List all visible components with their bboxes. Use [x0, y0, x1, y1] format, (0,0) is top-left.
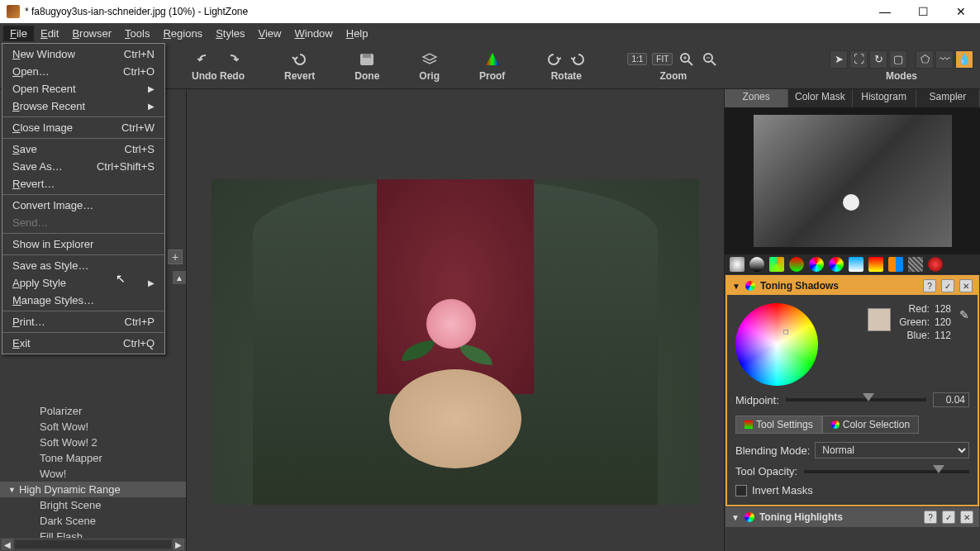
menu-styles[interactable]: Styles	[209, 26, 251, 41]
tool-revert[interactable]: Revert	[284, 50, 315, 82]
zoom-in-icon[interactable]	[678, 50, 696, 69]
menu-item-open-recent[interactable]: Open Recent▶	[2, 80, 164, 97]
subtab-tool-settings[interactable]: Tool Settings	[735, 416, 822, 434]
menu-item-exit[interactable]: ExitCtrl+Q	[2, 335, 164, 352]
color-swatch[interactable]	[868, 308, 891, 331]
enable-checkbox[interactable]: ✓	[942, 511, 955, 524]
menu-view[interactable]: View	[252, 26, 288, 41]
scrollbar-track[interactable]	[15, 540, 171, 549]
tree-item[interactable]: Soft Wow!	[0, 419, 186, 435]
tool-noise-icon[interactable]	[908, 257, 923, 272]
tree-item[interactable]: Tone Mapper	[0, 450, 186, 466]
menu-regions[interactable]: Regions	[156, 26, 209, 41]
menu-item-convert-image[interactable]: Convert Image…	[2, 197, 164, 214]
panel-header-toning-shadows[interactable]: ▼ Toning Shadows ? ✓ ✕	[727, 277, 978, 295]
zoom-fit-button[interactable]: FIT	[652, 53, 673, 65]
tree-item[interactable]: Bright Scene	[0, 497, 186, 513]
opacity-slider[interactable]	[804, 470, 969, 473]
tab-zones[interactable]: Zones	[725, 89, 788, 107]
tree-item[interactable]: Dark Scene	[0, 513, 186, 529]
collapse-icon[interactable]: ▼	[731, 513, 740, 522]
blending-mode-select[interactable]: Normal	[815, 442, 969, 458]
help-icon[interactable]: ?	[924, 511, 937, 524]
midpoint-slider[interactable]	[786, 398, 926, 401]
tool-done[interactable]: Done	[354, 50, 379, 82]
mode-crop-icon[interactable]: ⛶	[849, 50, 868, 69]
maximize-button[interactable]: ☐	[904, 0, 942, 23]
menu-tools[interactable]: Tools	[118, 26, 156, 41]
menu-item-print[interactable]: Print…Ctrl+P	[2, 313, 164, 330]
mode-drop-icon[interactable]: 💧	[955, 50, 973, 69]
help-icon[interactable]: ?	[923, 279, 936, 292]
tool-tone-icon[interactable]	[769, 257, 784, 272]
eyedropper-icon[interactable]: ✎	[959, 308, 969, 321]
menu-item-close-image[interactable]: Close ImageCtrl+W	[2, 119, 164, 136]
close-panel-icon[interactable]: ✕	[959, 279, 973, 292]
menu-item-browse-recent[interactable]: Browse Recent▶	[2, 97, 164, 115]
tree-item[interactable]: Polarizer	[0, 403, 186, 419]
menu-item-show-in-explorer[interactable]: Show in Explorer	[2, 235, 164, 253]
mode-arrow-icon[interactable]: ➤	[830, 50, 848, 69]
close-button[interactable]: ✕	[942, 0, 980, 23]
menu-help[interactable]: Help	[340, 26, 375, 41]
zoom-1to1-button[interactable]: 1:1	[627, 53, 647, 65]
panel-header-toning-highlights[interactable]: ▼ Toning Highlights ? ✓ ✕	[726, 508, 978, 526]
menu-item-revert[interactable]: Revert…	[2, 175, 164, 192]
menu-item-save-as[interactable]: Save As…Ctrl+Shift+S	[2, 158, 164, 175]
tab-sampler[interactable]: Sampler	[916, 89, 980, 107]
tool-zonemapper-icon[interactable]	[730, 257, 745, 272]
tree-item[interactable]: Wow!	[0, 466, 186, 482]
tool-color-icon[interactable]	[809, 257, 824, 272]
tab-color-mask[interactable]: Color Mask	[788, 89, 852, 107]
tool-wb-icon[interactable]	[829, 257, 844, 272]
tree-item[interactable]: Soft Wow! 2	[0, 435, 186, 450]
blue-label: Blue:	[907, 330, 930, 341]
close-panel-icon[interactable]: ✕	[960, 511, 973, 524]
menu-file[interactable]: File	[3, 26, 34, 41]
tool-hue-icon[interactable]	[789, 257, 804, 272]
tree-category[interactable]: ▼High Dynamic Range	[0, 482, 186, 497]
tree-item[interactable]: Fill Flash	[0, 529, 186, 538]
menu-item-apply-style[interactable]: Apply Style▶	[2, 274, 164, 292]
mode-rotate-icon[interactable]: ↻	[869, 50, 887, 69]
midpoint-value[interactable]: 0.04	[933, 392, 969, 407]
zoom-out-icon[interactable]	[701, 50, 719, 69]
scroll-right-button[interactable]: ▶	[173, 539, 184, 550]
tool-orig[interactable]: Orig	[419, 50, 440, 82]
tool-split-icon[interactable]	[888, 257, 903, 272]
scroll-up-button[interactable]: ▲	[173, 271, 186, 284]
rotate-left-icon[interactable]	[545, 50, 563, 69]
menu-browser[interactable]: Browser	[65, 26, 118, 41]
menu-item-manage-styles[interactable]: Manage Styles…	[2, 292, 164, 309]
menu-item-new-window[interactable]: New WindowCtrl+N	[2, 45, 164, 63]
tool-sharpen-icon[interactable]	[849, 257, 863, 272]
menu-edit[interactable]: Edit	[34, 26, 65, 41]
tool-blur-icon[interactable]	[868, 257, 883, 272]
mode-curve-icon[interactable]: 〰	[935, 50, 954, 69]
color-wheel[interactable]	[735, 303, 818, 386]
menu-item-save[interactable]: SaveCtrl+S	[2, 140, 164, 158]
main-image[interactable]	[212, 179, 699, 505]
subtab-color-selection[interactable]: Color Selection	[822, 416, 919, 434]
minimize-button[interactable]: —	[866, 0, 904, 23]
mode-polygon-icon[interactable]: ⬠	[916, 50, 934, 69]
collapse-icon[interactable]: ▼	[732, 282, 740, 291]
invert-masks-checkbox[interactable]	[735, 485, 747, 496]
scroll-left-button[interactable]: ◀	[2, 539, 13, 550]
tool-redeye-icon[interactable]	[928, 257, 943, 272]
sidebar-hscroll[interactable]: ◀ ▶	[0, 538, 186, 551]
menu-item-open[interactable]: Open…Ctrl+O	[2, 63, 164, 80]
tool-contrast-icon[interactable]	[749, 257, 764, 272]
add-button[interactable]: +	[168, 249, 183, 264]
tool-proof[interactable]: Proof	[479, 50, 505, 82]
tab-histogram[interactable]: Histogram	[853, 89, 916, 107]
undo-icon[interactable]	[197, 50, 215, 69]
rotate-right-icon[interactable]	[569, 50, 588, 69]
zones-thumbnail[interactable]	[754, 115, 952, 247]
menu-item-save-as-style[interactable]: Save as Style…	[2, 257, 164, 274]
mode-region-icon[interactable]: ▢	[889, 50, 907, 69]
tools-strip	[725, 254, 980, 274]
menu-window[interactable]: Window	[288, 26, 339, 41]
enable-checkbox[interactable]: ✓	[941, 279, 954, 292]
redo-icon[interactable]	[221, 50, 240, 69]
